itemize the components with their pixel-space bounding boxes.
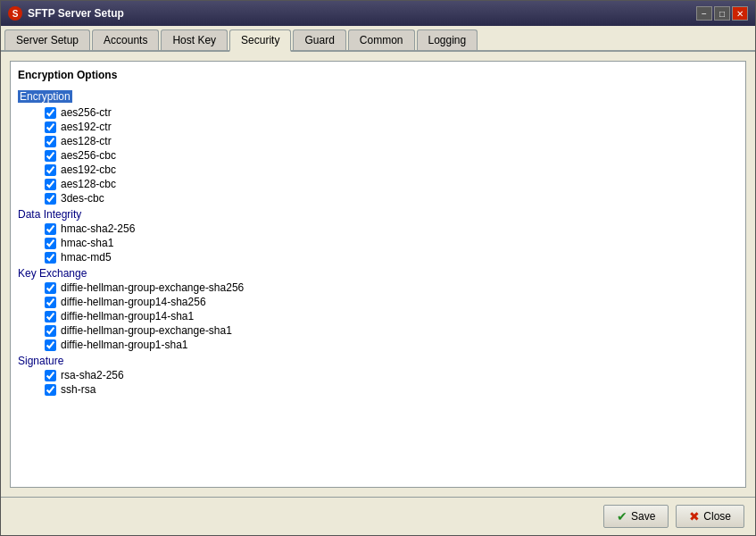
checkbox-dh-group-exchange-sha256[interactable] [45,282,56,294]
item-label: aes256-cbc [61,149,116,162]
item-label: 3des-cbc [61,192,104,205]
tab-host-key[interactable]: Host Key [161,29,228,50]
app-icon: S [8,6,22,21]
item-label: aes192-cbc [61,163,116,176]
tab-accounts[interactable]: Accounts [92,29,159,50]
item-label: diffie-hellman-group14-sha1 [61,310,194,322]
list-item: hmac-md5 [45,251,738,264]
list-item: ssh-rsa [45,383,738,396]
category-data-integrity: Data Integrity [18,208,738,221]
item-label: aes128-ctr [61,135,112,147]
list-item: aes128-ctr [45,135,738,147]
item-label: hmac-sha1 [61,237,113,249]
list-item: diffie-hellman-group14-sha1 [45,310,738,322]
list-item: aes128-cbc [45,178,738,190]
list-item: hmac-sha1 [45,237,738,249]
tab-guard[interactable]: Guard [293,29,345,50]
window-title: SFTP Server Setup [28,7,696,20]
item-label: hmac-md5 [61,251,112,264]
list-item: diffie-hellman-group-exchange-sha256 [45,281,738,294]
list-item: aes256-ctr [45,106,738,119]
item-label: aes128-cbc [61,178,116,190]
list-item: hmac-sha2-256 [45,222,738,235]
list-item: rsa-sha2-256 [45,369,738,381]
checkbox-aes192-cbc[interactable] [45,164,56,176]
tab-bar: Server Setup Accounts Host Key Security … [1,26,755,52]
category-encryption: Encryption [18,90,72,103]
checkbox-hmac-sha1[interactable] [45,238,56,249]
checkbox-dh-group14-sha1[interactable] [45,311,56,322]
category-key-exchange: Key Exchange [18,267,738,280]
tab-security[interactable]: Security [229,29,291,52]
list-item: diffie-hellman-group14-sha256 [45,296,738,308]
checkbox-ssh-rsa[interactable] [45,384,56,396]
tab-server-setup[interactable]: Server Setup [4,29,90,50]
title-bar: S SFTP Server Setup − □ ✕ [1,1,755,26]
list-item: aes256-cbc [45,149,738,162]
checkbox-aes192-ctr[interactable] [45,121,56,133]
list-item: diffie-hellman-group1-sha1 [45,339,738,351]
checkbox-dh-group14-sha256[interactable] [45,297,56,308]
main-content: Encryption Options Encryption aes256-ctr… [1,52,755,497]
minimize-button[interactable]: − [696,6,712,21]
list-item: aes192-ctr [45,121,738,133]
list-item: diffie-hellman-group-exchange-sha1 [45,324,738,337]
x-icon: ✖ [689,509,700,523]
checkbox-rsa-sha2-256[interactable] [45,370,56,381]
checkbox-3des-cbc[interactable] [45,193,56,205]
list-item: 3des-cbc [45,192,738,205]
checkbox-dh-group-exchange-sha1[interactable] [45,325,56,337]
category-signature: Signature [18,355,738,367]
item-label: rsa-sha2-256 [61,369,124,381]
item-label: diffie-hellman-group1-sha1 [61,339,188,351]
content-area: Server Setup Accounts Host Key Security … [1,26,755,535]
item-label: hmac-sha2-256 [61,222,135,235]
main-window: S SFTP Server Setup − □ ✕ Server Setup A… [0,0,756,536]
encryption-panel: Encryption aes256-ctr aes192-ctr aes128-… [18,87,738,498]
checkbox-hmac-md5[interactable] [45,252,56,264]
checkbox-aes256-cbc[interactable] [45,150,56,162]
checkbox-aes128-cbc[interactable] [45,179,56,190]
tab-common[interactable]: Common [348,29,415,50]
item-label: aes192-ctr [61,121,112,133]
window-controls: − □ ✕ [696,6,748,21]
bottom-bar: ✔ Save ✖ Close [1,497,755,535]
maximize-button[interactable]: □ [714,6,730,21]
close-button[interactable]: ✖ Close [676,505,744,528]
list-item: aes192-cbc [45,163,738,176]
checkbox-aes256-ctr[interactable] [45,107,56,119]
item-label: ssh-rsa [61,383,96,396]
encryption-options-group: Encryption Options Encryption aes256-ctr… [10,61,746,488]
checkbox-hmac-sha2-256[interactable] [45,223,56,235]
item-label: aes256-ctr [61,106,112,119]
checkbox-aes128-ctr[interactable] [45,136,56,147]
item-label: diffie-hellman-group14-sha256 [61,296,206,308]
item-label: diffie-hellman-group-exchange-sha1 [61,324,232,337]
check-icon: ✔ [617,509,627,523]
checkbox-dh-group1-sha1[interactable] [45,339,56,351]
close-window-button[interactable]: ✕ [732,6,748,21]
close-label: Close [703,510,731,523]
item-label: diffie-hellman-group-exchange-sha256 [61,281,244,294]
tab-logging[interactable]: Logging [417,29,478,50]
save-label: Save [631,510,655,523]
save-button[interactable]: ✔ Save [603,505,669,528]
group-box-title: Encryption Options [18,69,738,81]
